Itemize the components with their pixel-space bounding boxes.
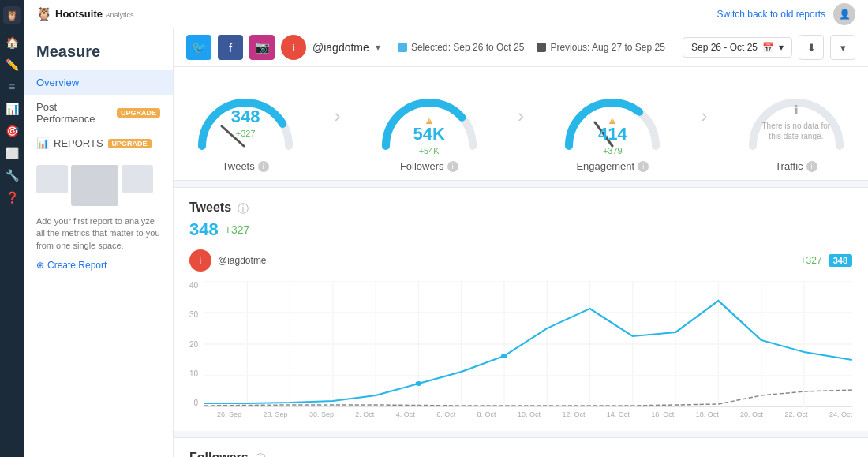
reports-upgrade-badge: UPGRADE <box>108 139 152 148</box>
date-range-arrow: ▾ <box>779 42 784 53</box>
x-label-6oct: 6. Oct <box>436 410 455 418</box>
tweets-change: +327 <box>236 129 256 138</box>
gauge-tweets: 348 +327 Tweets i <box>190 83 301 172</box>
x-label-16oct: 16. Oct <box>651 410 674 418</box>
tweets-chart-info-icon[interactable]: ⓘ <box>238 202 249 216</box>
gauge-engagement: ▲ ! 414 +379 Engagement i <box>557 83 668 172</box>
nav-home-icon[interactable]: 🏠 <box>2 33 21 52</box>
download-button[interactable]: ⬇ <box>799 35 824 60</box>
global-topbar: 🦉 Hootsuite Analytics Switch back to old… <box>24 0 868 28</box>
tweets-y-axis: 40 30 20 10 0 <box>189 281 204 407</box>
app-wrapper: 🦉 Hootsuite Analytics Switch back to old… <box>24 0 868 457</box>
user-avatar[interactable]: 👤 <box>833 3 855 25</box>
previous-period-label: Previous: Aug 27 to Sep 25 <box>550 42 664 53</box>
gauge-followers-wrapper: ▲ ! 54K +54K <box>374 83 485 154</box>
date-range-text: Sep 26 - Oct 25 <box>691 42 758 53</box>
y-label-0: 0 <box>194 399 199 407</box>
sidebar: Measure Overview Post Performance UPGRAD… <box>24 28 174 457</box>
nav-tools-icon[interactable]: 🔧 <box>2 166 21 185</box>
followers-chart-title: Followers <box>189 451 249 457</box>
gauge-arrow-1: › <box>334 83 340 172</box>
selected-period-label: Selected: Sep 26 to Oct 25 <box>411 42 524 53</box>
x-label-30sep: 30. Sep <box>309 410 334 418</box>
previous-period-legend: Previous: Aug 27 to Sep 25 <box>537 42 664 53</box>
followers-change: +54K <box>419 146 440 155</box>
create-report-link[interactable]: ⊕ Create Report <box>24 252 173 279</box>
x-label-24oct: 24. Oct <box>829 410 852 418</box>
gauge-followers-label: Followers i <box>400 160 458 172</box>
y-label-10: 10 <box>189 369 198 378</box>
engagement-number: 414 <box>598 124 627 144</box>
svg-text:!: ! <box>428 117 430 124</box>
tweets-chart-account-row: i @iagdotme +327 348 <box>189 249 852 272</box>
tweets-account-badge: 348 <box>829 254 852 267</box>
tweets-info-icon[interactable]: i <box>258 161 269 172</box>
gauge-section: 348 +327 Tweets i › <box>174 67 868 181</box>
followers-chart-header: Followers ⓘ <box>189 451 852 457</box>
gauge-tweets-value: 348 +327 <box>231 107 260 139</box>
switch-to-old-reports-link[interactable]: Switch back to old reports <box>717 9 825 20</box>
profile-picture[interactable]: i <box>281 35 306 60</box>
sidebar-item-overview[interactable]: Overview <box>24 70 173 95</box>
post-performance-upgrade-badge: UPGRADE <box>117 108 160 118</box>
y-label-40: 40 <box>189 281 198 290</box>
tweets-chart-header: Tweets ⓘ <box>189 200 852 216</box>
tweets-chart-title: Tweets <box>189 200 231 215</box>
nav-apps-icon[interactable]: ⬜ <box>2 144 21 163</box>
previous-period-dot <box>537 43 546 52</box>
gauge-engagement-label: Engagement i <box>576 160 649 172</box>
more-options-button[interactable]: ▾ <box>830 35 855 60</box>
x-label-20oct: 20. Oct <box>740 410 763 418</box>
selected-period-dot <box>398 43 407 52</box>
topbar-right-controls: Sep 26 - Oct 25 📅 ▾ ⬇ ▾ <box>683 35 855 60</box>
tweets-chart-delta: +327 <box>225 223 250 236</box>
tweets-chart-value: 348 <box>189 219 219 240</box>
gauge-traffic: ℹ There is no data for this date range. … <box>741 83 851 172</box>
calendar-icon: 📅 <box>762 42 774 53</box>
traffic-info-icon[interactable]: i <box>806 161 817 172</box>
x-label-4oct: 4. Oct <box>396 410 415 418</box>
social-network-icons: 🐦 f 📷 i @iagdotme ▾ <box>186 35 380 60</box>
gauge-tweets-label: Tweets i <box>223 160 269 172</box>
sidebar-item-post-performance[interactable]: Post Performance UPGRADE <box>24 95 173 131</box>
gauge-traffic-label: Traffic i <box>775 160 817 172</box>
followers-chart-info-icon[interactable]: ⓘ <box>255 452 266 457</box>
nav-compose-icon[interactable]: ✏️ <box>2 55 21 74</box>
gauge-followers-value: 54K +54K <box>413 124 445 156</box>
nav-help-icon[interactable]: ❓ <box>2 188 21 207</box>
gauge-tweets-wrapper: 348 +327 <box>190 83 301 154</box>
tweets-account-name: @iagdotme <box>218 255 795 266</box>
tweets-account-avatar: i <box>189 249 211 272</box>
scrollable-content: 348 +327 Tweets i › <box>174 67 868 457</box>
x-label-22oct: 22. Oct <box>785 410 808 418</box>
twitter-icon[interactable]: 🐦 <box>186 35 211 60</box>
sidebar-reports-section: 📊 REPORTS UPGRADE <box>24 131 173 155</box>
instagram-icon[interactable]: 📷 <box>249 35 275 60</box>
nav-streams-icon[interactable]: ≡ <box>2 77 21 96</box>
tweets-account-delta: +327 <box>801 255 822 266</box>
x-label-28sep: 28. Sep <box>263 410 287 418</box>
svg-text:!: ! <box>612 117 613 124</box>
tweets-chart-value-row: 348 +327 <box>189 219 852 240</box>
sidebar-report-preview <box>36 165 160 206</box>
handle-dropdown-arrow[interactable]: ▾ <box>376 42 380 53</box>
engagement-info-icon[interactable]: i <box>638 161 649 172</box>
svg-point-28 <box>501 354 507 358</box>
tweets-x-labels: 26. Sep 28. Sep 30. Sep 2. Oct 4. Oct 6.… <box>217 407 852 418</box>
date-range-picker[interactable]: Sep 26 - Oct 25 📅 ▾ <box>683 37 792 58</box>
x-label-26sep: 26. Sep <box>217 410 241 418</box>
svg-text:🦉: 🦉 <box>6 9 19 22</box>
preview-block-1 <box>36 165 68 193</box>
gauge-arrow-3: › <box>702 83 708 172</box>
engagement-change: +379 <box>603 146 623 155</box>
nav-campaigns-icon[interactable]: 🎯 <box>2 122 21 140</box>
followers-info-icon[interactable]: i <box>447 161 458 172</box>
analytics-subtitle: Analytics <box>106 11 134 19</box>
facebook-icon[interactable]: f <box>218 35 243 60</box>
gauge-traffic-wrapper: ℹ There is no data for this date range. <box>741 83 851 154</box>
selected-period-legend: Selected: Sep 26 to Oct 25 <box>398 42 524 53</box>
sidebar-title: Measure <box>24 28 173 70</box>
tweets-number: 348 <box>231 107 260 127</box>
nav-analytics-icon[interactable]: 📊 <box>2 99 21 118</box>
x-label-8oct: 8. Oct <box>477 410 496 418</box>
